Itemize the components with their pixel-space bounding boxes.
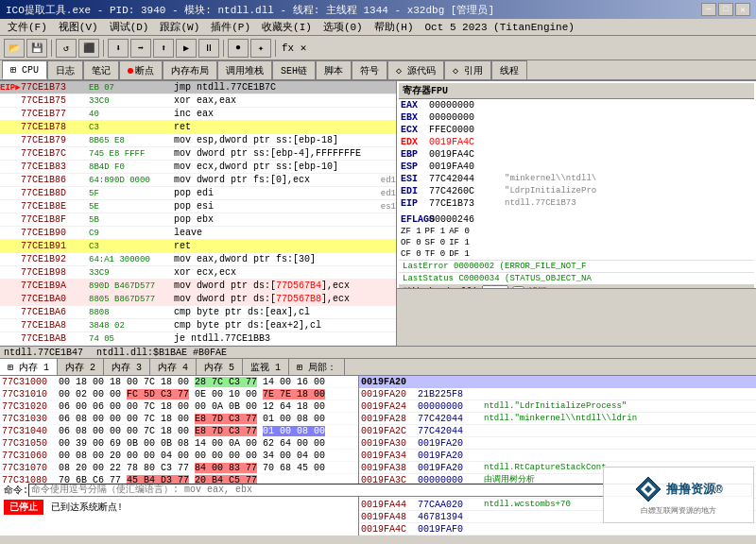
open-button[interactable]: 📂 (4, 39, 25, 58)
disasm-row[interactable]: 77CE1B7C 745 E8 FFFF mov dword ptr ss:[e… (0, 147, 396, 161)
eip-arrow (0, 187, 19, 199)
disasm-row[interactable]: 77CE1B78 C3 ret (0, 121, 396, 134)
disasm-row[interactable]: 77CE1BA0 8805 B867D577 mov dword ptr ds:… (0, 293, 396, 306)
tab-log[interactable]: 日志 (47, 60, 83, 79)
run-button[interactable]: ▶ (176, 39, 197, 58)
menu-options[interactable]: 选项(0) (319, 19, 367, 35)
tab-memory[interactable]: 内存布局 (163, 60, 217, 79)
disasm-addr: 77CE1B77 (19, 108, 87, 120)
disasm-row[interactable]: 77CE1B90 C9 leave (0, 227, 396, 240)
tab-bp-label: 断点 (135, 64, 154, 77)
disasm-row[interactable]: 77CE1B91 C3 ret (0, 240, 396, 253)
mem-tab-3[interactable]: 内存 3 (104, 359, 150, 375)
disasm-row[interactable]: 77CE1BAB 74 05 je ntdll.77CE1BB3 (0, 332, 396, 346)
bp-button[interactable]: ● (228, 39, 249, 58)
restart-button[interactable]: ↺ (56, 39, 77, 58)
disasm-instr: xor ecx,ecx (172, 266, 396, 279)
disasm-row[interactable]: 77CE1BA6 8808 cmp byte ptr ds:[eax],cl (0, 306, 396, 319)
tab-threads[interactable]: 线程 (491, 60, 527, 79)
eip-arrow (0, 161, 19, 173)
status-stopped-badge: 已停止 (4, 500, 43, 515)
menu-plugins[interactable]: 插件(P) (207, 19, 254, 35)
menu-version: Oct 5 2023 (TitanEngine) (421, 21, 578, 34)
mem-tab-local[interactable]: ⊞ 局部： (289, 359, 345, 375)
tab-script[interactable]: 脚本 (316, 60, 352, 79)
reg-row-eip: EIP 77CE1B73 ntdll.77CE1B73 (399, 197, 754, 210)
mem-tab-2[interactable]: 内存 2 (58, 359, 104, 375)
menu-debug[interactable]: 调试(D) (106, 19, 153, 35)
eip-arrow (0, 174, 19, 186)
menu-file[interactable]: 文件(F) (4, 19, 51, 35)
tab-bar: ⊞ CPU 日志 笔记 断点 内存布局 调用堆栈 SEH链 脚本 符号 ◇ 源代… (0, 60, 756, 81)
tab-refs-label: ◇ 引用 (453, 64, 483, 77)
disasm-addr: 77CE1B86 (19, 174, 87, 186)
disasm-row[interactable]: 77CE1BA8 3848 02 cmp byte ptr ds:[eax+2]… (0, 319, 396, 332)
disasm-addr: 77CE1B90 (19, 227, 87, 239)
disasm-row[interactable]: 77CE1B75 33C0 xor eax,eax (0, 94, 396, 108)
close-button[interactable]: ✕ (735, 3, 750, 16)
step-out-button[interactable]: ⬆ (153, 39, 174, 58)
cmd-label: 命令: (4, 484, 28, 497)
disasm-addr: 77CE1B75 (19, 94, 87, 107)
stack-row: 0019FA4C 0019FAF0 (359, 523, 756, 536)
disasm-row[interactable]: 77CE1B98 33C9 xor ecx,ecx (0, 266, 396, 280)
step-in-button[interactable]: ⬇ (108, 39, 129, 58)
callstack-depth-select[interactable]: 5 (482, 285, 508, 289)
minimize-button[interactable]: — (701, 3, 716, 16)
disasm-instr: je ntdll.77CE1BB3 (172, 332, 396, 345)
disasm-bytes: 5F (87, 187, 172, 199)
eip-arrow (0, 253, 19, 265)
menu-view[interactable]: 视图(V) (55, 19, 102, 35)
pause-button[interactable]: ⏸ (198, 39, 219, 58)
watermark-brand: 撸撸资源® (666, 481, 723, 498)
tab-source[interactable]: ◇ 源代码 (387, 60, 444, 79)
disasm-comment: ed1 (381, 174, 396, 186)
disasm-addr: 77CE1B78 (19, 121, 87, 133)
tab-callstack[interactable]: 调用堆栈 (217, 60, 272, 79)
disasm-row[interactable]: EIP▶ 77CE1B73 EB 07 jmp ntdll.77CE1B7C (0, 81, 396, 94)
disasm-bytes: 745 E8 FFFF (87, 147, 172, 160)
disasm-row[interactable]: 77CE1B8E 5E pop esi es1 (0, 200, 396, 213)
tab-breakpoints[interactable]: 断点 (119, 60, 163, 79)
disasm-instr: mov ecx,dword ptr ss:[ebp-10] (172, 161, 396, 173)
disasm-row[interactable]: 77CE1B8D 5F pop edi ed1 (0, 187, 396, 200)
disasm-addr: 77CE1B79 (19, 134, 87, 146)
toolbar-sep2 (103, 40, 104, 57)
disasm-row[interactable]: 77CE1B9A 890D B467D577 mov dword ptr ds:… (0, 280, 396, 293)
disasm-row[interactable]: 77CE1B77 40 inc eax (0, 108, 396, 121)
menu-trace[interactable]: 跟踪(W) (156, 19, 203, 35)
mem-tab-5[interactable]: 内存 5 (197, 359, 243, 375)
disasm-row[interactable]: 77CE1B92 64:A1 300000 mov eax,dword ptr … (0, 253, 396, 266)
disasm-instr: leave (172, 227, 396, 239)
tab-symbols[interactable]: 符号 (352, 60, 387, 79)
disasm-row[interactable]: 77CE1B86 64:890D 0000 mov dword ptr fs:[… (0, 174, 396, 187)
mem-tab-4[interactable]: 内存 4 (150, 359, 197, 375)
mem-row: 77C31000 00 18 00 18 00 7C 18 00 28 7C C… (0, 376, 358, 388)
callstack-unlock-check[interactable] (512, 286, 524, 290)
save-button[interactable]: 💾 (26, 39, 47, 58)
last-error: LastError 00000002 (ERROR_FILE_NOT_F (399, 260, 754, 272)
disasm-instr: mov dword ptr ss:[ebp-4],FFFFFFFE (172, 147, 396, 160)
maximize-button[interactable]: □ (718, 3, 733, 16)
reg-row-ebp: EBP 0019FA4C (399, 148, 754, 161)
disasm-row[interactable]: 77CE1B8F 5B pop ebx (0, 213, 396, 227)
disasm-row[interactable]: 77CE1B83 8B4D F0 mov ecx,dword ptr ss:[e… (0, 161, 396, 174)
mem-tab-1[interactable]: ⊞ 内存 1 (0, 359, 58, 375)
trace-button[interactable]: ✦ (250, 39, 271, 58)
tab-cpu[interactable]: ⊞ CPU (2, 60, 47, 79)
mem-tab-watch[interactable]: 监视 1 (243, 359, 289, 375)
close-proc-button[interactable]: ⬛ (78, 39, 99, 58)
tab-thr-label: 线程 (500, 64, 519, 77)
tab-seh[interactable]: SEH链 (272, 60, 316, 79)
tab-notes[interactable]: 笔记 (83, 60, 119, 79)
stack-row: 0019FA2C 77C42044 (359, 425, 756, 437)
disasm-row[interactable]: 77CE1B79 8B65 E8 mov esp,dword ptr ss:[e… (0, 134, 396, 147)
step-over-button[interactable]: ➡ (130, 39, 151, 58)
disasm-bytes: 8B4D F0 (87, 161, 172, 173)
menu-favorites[interactable]: 收藏夹(I) (258, 19, 316, 35)
menu-help[interactable]: 帮助(H) (370, 19, 418, 35)
tab-refs[interactable]: ◇ 引用 (444, 60, 491, 79)
disasm-addr: 77CE1B91 (19, 240, 87, 252)
breakpoint-dot (128, 68, 133, 74)
eip-arrow (0, 200, 19, 212)
